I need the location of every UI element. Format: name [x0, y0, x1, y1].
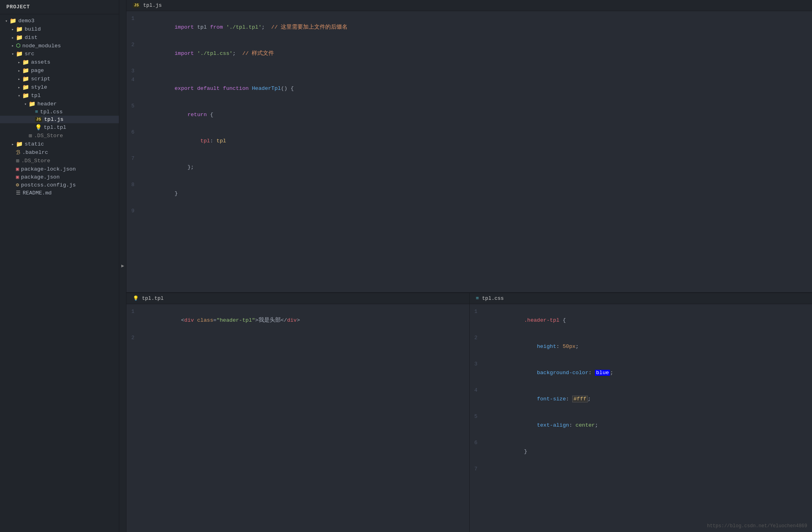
folder-icon-build: 📁 — [16, 26, 23, 33]
tab-tpl-js[interactable]: JS tpl.js — [126, 0, 812, 11]
css-code-line-2: 2 height: 50px; — [470, 334, 812, 360]
label-static: static — [25, 141, 44, 147]
label-postcss: postcss.config.js — [21, 182, 76, 188]
tree-item-page[interactable]: ▸ 📁 page — [0, 66, 119, 75]
label-tpl: tpl — [31, 93, 41, 99]
tree-item-header[interactable]: ▾ 📁 header — [0, 100, 119, 108]
code-line-8: 8 } — [126, 181, 812, 207]
label-src: src — [25, 51, 34, 57]
code-line-6: 6 tpl: tpl — [126, 128, 812, 154]
folder-icon-tpl: 📁 — [22, 92, 29, 99]
folder-icon-page: 📁 — [22, 67, 29, 74]
tab-css-icon: ≡ — [476, 295, 479, 301]
tree-item-ds-root[interactable]: ⊞ .DS_Store — [0, 157, 119, 165]
ds-file-icon-src: ⊞ — [29, 132, 32, 139]
arrow-demo3: ▾ — [3, 19, 10, 23]
editor-area: JS tpl.js 1 import tpl from './tpl.tpl';… — [126, 0, 812, 532]
tree-item-ds-store-src[interactable]: ⊞ .DS_Store — [0, 132, 119, 140]
label-script: script — [31, 76, 51, 82]
code-line-9: 9 — [126, 207, 812, 216]
tree-item-tpl-js[interactable]: JS tpl.js — [0, 116, 119, 123]
label-header: header — [37, 101, 57, 107]
tpl-file-icon: 💡 — [35, 124, 42, 131]
json-file-icon-lock: ▣ — [16, 166, 19, 172]
collapse-icon: ◀ — [121, 263, 124, 269]
tab-tpl-tpl-label: tpl.tpl — [142, 295, 164, 301]
tree-item-package-lock[interactable]: ▣ package-lock.json — [0, 165, 119, 173]
css-code-line-7: 7 — [470, 465, 812, 474]
tree-item-postcss[interactable]: ⚙ postcss.config.js — [0, 181, 119, 189]
css-code-line-6: 6 } — [470, 439, 812, 465]
tree-item-package-json[interactable]: ▣ package.json — [0, 173, 119, 181]
folder-icon-dist: 📁 — [16, 34, 23, 41]
label-page: page — [31, 68, 44, 74]
arrow-static: ▸ — [10, 142, 16, 147]
label-ds-root: .DS_Store — [21, 158, 50, 164]
js-file-icon: JS — [35, 117, 42, 122]
tree-item-script[interactable]: ▸ 📁 script — [0, 75, 119, 83]
label-package-json: package.json — [21, 174, 60, 180]
tree-item-babelrc[interactable]: ℬ .babelrc — [0, 148, 119, 157]
css-editor-content: 1 .header-tpl { 2 height: 50px; 3 — [470, 304, 812, 532]
arrow-src: ▾ — [10, 52, 16, 56]
folder-icon-src: 📁 — [16, 50, 23, 57]
tree-item-build[interactable]: ▸ 📁 build — [0, 25, 119, 33]
label-demo3: demo3 — [18, 18, 35, 24]
css-code-line-1: 1 .header-tpl { — [470, 307, 812, 334]
tree-item-demo3[interactable]: ▾ 📁 demo3 — [0, 17, 119, 25]
css-code-line-5: 5 text-align: center; — [470, 412, 812, 439]
arrow-node-modules: ▸ — [10, 43, 16, 48]
label-node-modules: node_modules — [22, 43, 61, 49]
tree-item-tpl-tpl[interactable]: 💡 tpl.tpl — [0, 123, 119, 132]
label-tpl-tpl: tpl.tpl — [44, 124, 66, 130]
js-editor-content: 1 import tpl from './tpl.tpl'; // 这里需要加上… — [126, 11, 812, 292]
arrow-style: ▸ — [16, 85, 22, 90]
tab-tpl-css[interactable]: ≡ tpl.css — [470, 293, 812, 304]
css-code-line-4: 4 font-size: #fff; — [470, 386, 812, 412]
label-package-lock: package-lock.json — [21, 166, 76, 172]
tab-tpl-tpl[interactable]: 💡 tpl.tpl — [126, 293, 469, 304]
arrow-tpl: ▾ — [16, 93, 22, 98]
label-style: style — [31, 84, 47, 90]
sidebar-title: Project — [0, 0, 119, 14]
tree-item-readme[interactable]: ☰ README.md — [0, 189, 119, 197]
ds-file-icon-root: ⊞ — [16, 157, 19, 164]
rc-file-icon: ℬ — [16, 149, 20, 156]
tree-item-style[interactable]: ▸ 📁 style — [0, 83, 119, 91]
tab-tpl-css-label: tpl.css — [482, 295, 504, 301]
label-dist: dist — [25, 35, 37, 41]
config-file-icon: ⚙ — [16, 182, 19, 188]
tree-item-node-modules[interactable]: ▸ ⬡ node_modules — [0, 42, 119, 50]
arrow-page: ▸ — [16, 68, 22, 73]
watermark: https://blog.csdn.net/Yeluochen4869 — [707, 523, 807, 529]
tree-item-src[interactable]: ▾ 📁 src — [0, 50, 119, 58]
tpl-code-line-1: 1 <div class="header-tpl">我是头部</div> — [126, 307, 469, 334]
tree-item-static[interactable]: ▸ 📁 static — [0, 140, 119, 148]
code-line-4: 4 export default function HeaderTpl() { — [126, 76, 812, 102]
tree-item-dist[interactable]: ▸ 📁 dist — [0, 33, 119, 42]
tab-tpl-icon: 💡 — [133, 295, 139, 301]
code-line-1: 1 import tpl from './tpl.tpl'; // 这里需要加上… — [126, 14, 812, 41]
folder-icon-assets: 📁 — [22, 59, 29, 66]
code-line-5: 5 return { — [126, 102, 812, 128]
arrow-header: ▾ — [22, 102, 29, 107]
json-file-icon: ▣ — [16, 174, 19, 180]
code-line-3: 3 — [126, 67, 812, 76]
label-babelrc: .babelrc — [22, 150, 48, 155]
collapse-sidebar-button[interactable]: ◀ — [119, 0, 126, 532]
arrow-script: ▸ — [16, 77, 22, 82]
tree-item-assets[interactable]: ▸ 📁 assets — [0, 58, 119, 66]
node-icon: ⬡ — [16, 43, 20, 49]
label-build: build — [25, 26, 41, 32]
sidebar: Project ▾ 📁 demo3 ▸ 📁 build ▸ 📁 dist ▸ ⬡… — [0, 0, 119, 532]
code-line-7: 7 }; — [126, 154, 812, 181]
tree-item-tpl[interactable]: ▾ 📁 tpl — [0, 91, 119, 100]
code-line-2: 2 import './tpl.css'; // 样式文件 — [126, 41, 812, 67]
folder-icon-demo3: 📁 — [10, 17, 16, 24]
folder-icon-style: 📁 — [22, 84, 29, 91]
folder-icon-static: 📁 — [16, 141, 23, 148]
folder-icon-script: 📁 — [22, 76, 29, 82]
css-code-line-3: 3 background-color: blue; — [470, 360, 812, 386]
tpl-editor-content: 1 <div class="header-tpl">我是头部</div> 2 — [126, 304, 469, 532]
tree-item-tpl-css[interactable]: ≡ tpl.css — [0, 108, 119, 116]
